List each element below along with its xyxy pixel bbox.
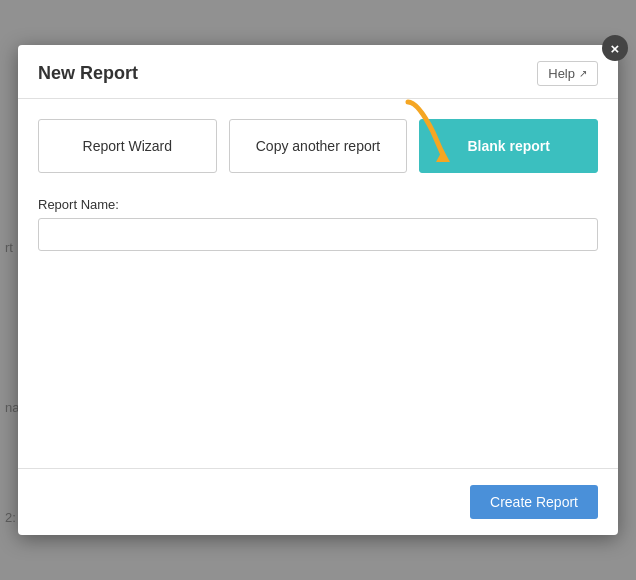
help-button[interactable]: Help ↗ bbox=[537, 61, 598, 86]
external-link-icon: ↗ bbox=[579, 68, 587, 79]
close-button[interactable]: × bbox=[602, 35, 628, 61]
copy-another-report-button[interactable]: Copy another report bbox=[229, 119, 408, 173]
new-report-modal: × New Report Help ↗ Report bbox=[18, 45, 618, 535]
modal-body: Report Wizard Copy another report Blank … bbox=[18, 99, 618, 468]
report-name-field: Report Name: bbox=[38, 197, 598, 251]
modal-title: New Report bbox=[38, 63, 138, 84]
create-report-button[interactable]: Create Report bbox=[470, 485, 598, 519]
report-name-label: Report Name: bbox=[38, 197, 598, 212]
help-label: Help bbox=[548, 66, 575, 81]
report-type-row: Report Wizard Copy another report Blank … bbox=[38, 119, 598, 173]
modal-footer: Create Report bbox=[18, 468, 618, 535]
header-actions: Help ↗ bbox=[537, 61, 598, 86]
blank-report-button[interactable]: Blank report bbox=[419, 119, 598, 173]
modal-header: New Report Help ↗ bbox=[18, 45, 618, 99]
modal-overlay: × New Report Help ↗ Report bbox=[0, 0, 636, 580]
report-wizard-button[interactable]: Report Wizard bbox=[38, 119, 217, 173]
report-name-input[interactable] bbox=[38, 218, 598, 251]
